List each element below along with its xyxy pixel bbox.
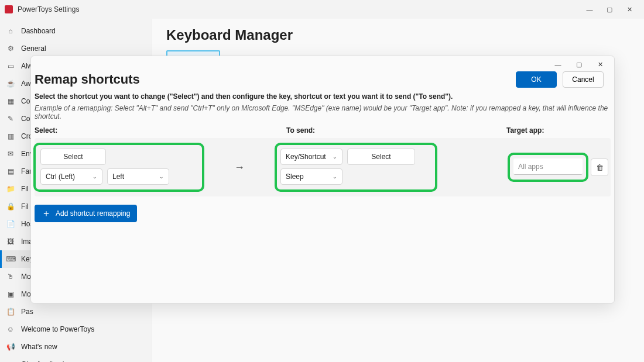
sidebar-item-label: What's new	[21, 343, 57, 351]
column-header-select: Select:	[35, 126, 286, 135]
select-key1-value: Ctrl (Left)	[46, 173, 75, 181]
sidebar-item-general[interactable]: ⚙General	[0, 40, 152, 57]
chevron-down-icon: ⌄	[93, 174, 97, 180]
cancel-button[interactable]: Cancel	[563, 71, 604, 88]
target-app-input[interactable]: All apps	[513, 158, 583, 175]
chevron-down-icon: ⌄	[333, 174, 337, 180]
sidebar-item-what-s-new[interactable]: 📢What's new	[0, 338, 152, 356]
sidebar-icon: ▭	[6, 61, 15, 71]
window-maximize-button[interactable]: ▢	[600, 1, 619, 18]
sidebar-item-welcome-to-powertoys[interactable]: ☺Welcome to PowerToys	[0, 320, 152, 338]
sidebar-item-label: Pas	[21, 308, 33, 316]
sidebar-icon: ✎	[6, 114, 15, 123]
select-key1-dropdown[interactable]: Ctrl (Left) ⌄	[40, 168, 102, 185]
sidebar-item-paste-as-plain-text[interactable]: 📋Pas	[0, 303, 152, 320]
sidebar-icon: ↪	[6, 360, 15, 362]
sidebar-icon: 🖼	[6, 237, 15, 246]
dialog-instruction: Select the shortcut you want to change (…	[35, 92, 611, 101]
sidebar-icon: ▥	[6, 132, 15, 141]
send-type-value: Key/Shortcut	[286, 153, 326, 161]
remap-shortcuts-dialog: — ▢ ✕ Remap shortcuts OK Cancel Select t…	[30, 56, 615, 304]
select-key2-dropdown[interactable]: Left ⌄	[107, 168, 169, 185]
sidebar-icon: ▣	[6, 289, 15, 299]
sidebar-icon: ⌂	[6, 26, 15, 36]
send-type-dropdown[interactable]: Key/Shortcut ⌄	[280, 149, 342, 165]
chevron-down-icon: ⌄	[333, 154, 337, 160]
sidebar-icon: 📄	[6, 219, 15, 229]
delete-row-button[interactable]: 🗑	[591, 158, 608, 176]
titlebar: PowerToys Settings — ▢ ✕	[0, 0, 644, 19]
sidebar-item-dashboard[interactable]: ⌂Dashboard	[0, 22, 152, 40]
sidebar-icon: ▤	[6, 167, 15, 176]
send-key-value: Sleep	[286, 173, 304, 181]
column-header-target: Target app:	[506, 126, 611, 135]
sidebar-icon: 📁	[6, 184, 15, 194]
sidebar-item-label: Dashboard	[21, 27, 56, 35]
target-app-placeholder: All apps	[518, 163, 543, 171]
app-logo-icon	[5, 5, 13, 13]
sidebar-item-give-feedback[interactable]: ↪Give feedback	[0, 356, 152, 362]
sidebar-icon: 📢	[6, 342, 15, 351]
app-title: PowerToys Settings	[18, 5, 580, 13]
dialog-minimize-button[interactable]: —	[547, 57, 568, 71]
dialog-example: Example of a remapping: Select "Alt+T" a…	[35, 104, 611, 120]
select-shortcut-button[interactable]: Select	[40, 149, 106, 165]
sidebar-icon: ⚙	[6, 44, 15, 53]
sidebar-icon: ✉	[6, 149, 15, 158]
dialog-title: Remap shortcuts	[35, 72, 140, 87]
sidebar-item-label: Fil	[21, 202, 29, 211]
plus-icon: ＋	[42, 208, 51, 220]
sidebar-item-label: Fil	[21, 185, 29, 193]
page-title: Keyboard Manager	[166, 27, 630, 43]
sidebar-icon: 📋	[6, 307, 15, 316]
sidebar-icon: 🔒	[6, 202, 15, 211]
dialog-close-button[interactable]: ✕	[590, 57, 611, 71]
send-select-button[interactable]: Select	[347, 149, 415, 165]
sidebar-icon: ▦	[6, 96, 15, 106]
sidebar-icon: ⌨	[6, 254, 15, 264]
sidebar-icon: ☕	[6, 79, 15, 88]
dialog-maximize-button[interactable]: ▢	[568, 57, 590, 71]
add-shortcut-remapping-button[interactable]: ＋ Add shortcut remapping	[35, 205, 137, 222]
sidebar-item-label: Welcome to PowerToys	[21, 325, 94, 333]
column-header-tosend: To send:	[286, 126, 506, 135]
arrow-right-icon: →	[234, 161, 245, 174]
ok-button[interactable]: OK	[516, 71, 557, 88]
sidebar-icon: ☺	[6, 325, 15, 334]
send-key-dropdown[interactable]: Sleep ⌄	[280, 168, 342, 185]
sidebar-item-label: General	[21, 44, 46, 53]
remap-row: Select Ctrl (Left) ⌄ Left ⌄	[35, 138, 611, 196]
window-minimize-button[interactable]: —	[580, 1, 600, 18]
add-button-label: Add shortcut remapping	[56, 209, 130, 218]
select-key2-value: Left	[112, 173, 124, 181]
window-close-button[interactable]: ✕	[619, 1, 639, 18]
chevron-down-icon: ⌄	[159, 174, 164, 180]
trash-icon: 🗑	[596, 163, 604, 172]
sidebar-icon: 🖱	[6, 272, 15, 281]
